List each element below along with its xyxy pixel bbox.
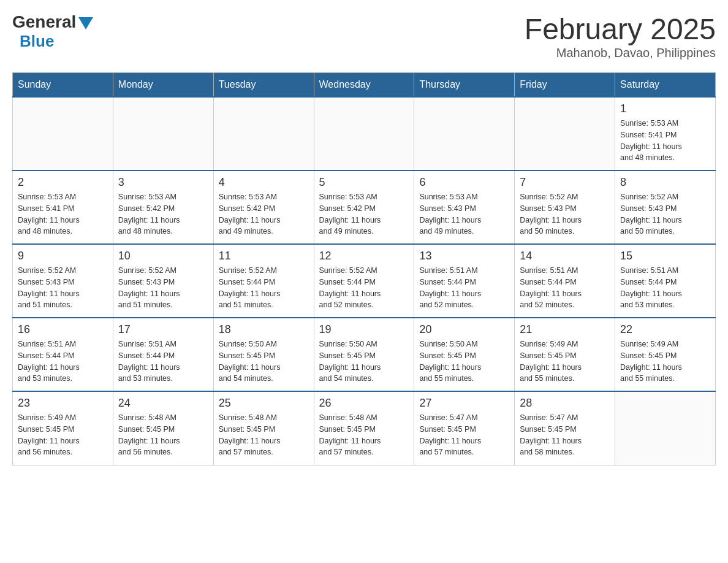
day-info: Sunrise: 5:53 AM Sunset: 5:41 PM Dayligh… <box>18 191 108 237</box>
calendar-day-cell: 17Sunrise: 5:51 AM Sunset: 5:44 PM Dayli… <box>113 318 213 391</box>
calendar-day-cell: 9Sunrise: 5:52 AM Sunset: 5:43 PM Daylig… <box>13 244 113 318</box>
calendar-day-cell: 10Sunrise: 5:52 AM Sunset: 5:43 PM Dayli… <box>113 244 213 318</box>
calendar-day-cell: 4Sunrise: 5:53 AM Sunset: 5:42 PM Daylig… <box>213 170 314 244</box>
calendar-day-cell: 13Sunrise: 5:51 AM Sunset: 5:44 PM Dayli… <box>414 244 515 318</box>
day-number: 17 <box>118 323 208 336</box>
calendar-day-cell: 27Sunrise: 5:47 AM Sunset: 5:45 PM Dayli… <box>414 391 515 465</box>
day-number: 24 <box>118 397 208 410</box>
day-info: Sunrise: 5:49 AM Sunset: 5:45 PM Dayligh… <box>620 339 710 385</box>
day-info: Sunrise: 5:51 AM Sunset: 5:44 PM Dayligh… <box>419 265 509 311</box>
calendar-day-cell: 24Sunrise: 5:48 AM Sunset: 5:45 PM Dayli… <box>113 391 213 465</box>
day-info: Sunrise: 5:52 AM Sunset: 5:43 PM Dayligh… <box>118 265 208 311</box>
day-number: 8 <box>620 176 710 189</box>
day-info: Sunrise: 5:52 AM Sunset: 5:43 PM Dayligh… <box>520 191 610 237</box>
day-number: 13 <box>419 250 509 262</box>
calendar-header-row: SundayMondayTuesdayWednesdayThursdayFrid… <box>13 73 716 98</box>
day-number: 7 <box>520 176 610 189</box>
day-info: Sunrise: 5:53 AM Sunset: 5:43 PM Dayligh… <box>419 191 509 237</box>
day-number: 16 <box>18 323 108 336</box>
calendar-day-cell <box>615 391 716 465</box>
calendar-week-row: 1Sunrise: 5:53 AM Sunset: 5:41 PM Daylig… <box>13 97 716 170</box>
day-of-week-header: Monday <box>113 73 213 98</box>
calendar-day-cell: 3Sunrise: 5:53 AM Sunset: 5:42 PM Daylig… <box>113 170 213 244</box>
day-number: 26 <box>319 397 409 410</box>
day-info: Sunrise: 5:51 AM Sunset: 5:44 PM Dayligh… <box>18 339 108 385</box>
calendar-day-cell: 25Sunrise: 5:48 AM Sunset: 5:45 PM Dayli… <box>213 391 314 465</box>
day-info: Sunrise: 5:53 AM Sunset: 5:42 PM Dayligh… <box>319 191 409 237</box>
day-number: 14 <box>520 250 610 262</box>
day-info: Sunrise: 5:53 AM Sunset: 5:41 PM Dayligh… <box>620 118 710 164</box>
title-block: February 2025 Mahanob, Davao, Philippine… <box>525 12 716 60</box>
calendar-day-cell: 11Sunrise: 5:52 AM Sunset: 5:44 PM Dayli… <box>213 244 314 318</box>
calendar-day-cell: 28Sunrise: 5:47 AM Sunset: 5:45 PM Dayli… <box>515 391 615 465</box>
day-number: 23 <box>18 397 108 410</box>
day-number: 10 <box>118 250 208 262</box>
day-number: 15 <box>620 250 710 262</box>
day-number: 21 <box>520 323 610 336</box>
calendar-day-cell: 12Sunrise: 5:52 AM Sunset: 5:44 PM Dayli… <box>314 244 414 318</box>
day-info: Sunrise: 5:48 AM Sunset: 5:45 PM Dayligh… <box>319 412 409 458</box>
calendar-title: February 2025 <box>525 12 716 46</box>
day-number: 5 <box>319 176 409 189</box>
day-number: 28 <box>520 397 610 410</box>
day-number: 3 <box>118 176 208 189</box>
day-info: Sunrise: 5:53 AM Sunset: 5:42 PM Dayligh… <box>118 191 208 237</box>
calendar-day-cell: 22Sunrise: 5:49 AM Sunset: 5:45 PM Dayli… <box>615 318 716 391</box>
logo-triangle-icon <box>78 17 93 29</box>
calendar-day-cell: 7Sunrise: 5:52 AM Sunset: 5:43 PM Daylig… <box>515 170 615 244</box>
day-info: Sunrise: 5:50 AM Sunset: 5:45 PM Dayligh… <box>319 339 409 385</box>
day-number: 2 <box>18 176 108 189</box>
day-info: Sunrise: 5:53 AM Sunset: 5:42 PM Dayligh… <box>219 191 309 237</box>
day-info: Sunrise: 5:52 AM Sunset: 5:44 PM Dayligh… <box>319 265 409 311</box>
calendar-day-cell: 20Sunrise: 5:50 AM Sunset: 5:45 PM Dayli… <box>414 318 515 391</box>
calendar-day-cell: 23Sunrise: 5:49 AM Sunset: 5:45 PM Dayli… <box>13 391 113 465</box>
day-info: Sunrise: 5:51 AM Sunset: 5:44 PM Dayligh… <box>118 339 208 385</box>
calendar-table: SundayMondayTuesdayWednesdayThursdayFrid… <box>12 72 716 465</box>
logo: General Blue <box>12 12 93 51</box>
day-number: 22 <box>620 323 710 336</box>
calendar-day-cell: 15Sunrise: 5:51 AM Sunset: 5:44 PM Dayli… <box>615 244 716 318</box>
logo-general-text: General <box>12 12 76 32</box>
day-number: 11 <box>219 250 309 262</box>
day-info: Sunrise: 5:49 AM Sunset: 5:45 PM Dayligh… <box>520 339 610 385</box>
day-number: 20 <box>419 323 509 336</box>
calendar-week-row: 23Sunrise: 5:49 AM Sunset: 5:45 PM Dayli… <box>13 391 716 465</box>
calendar-day-cell: 5Sunrise: 5:53 AM Sunset: 5:42 PM Daylig… <box>314 170 414 244</box>
day-of-week-header: Friday <box>515 73 615 98</box>
calendar-day-cell: 16Sunrise: 5:51 AM Sunset: 5:44 PM Dayli… <box>13 318 113 391</box>
calendar-day-cell: 18Sunrise: 5:50 AM Sunset: 5:45 PM Dayli… <box>213 318 314 391</box>
calendar-day-cell <box>414 97 515 170</box>
calendar-week-row: 16Sunrise: 5:51 AM Sunset: 5:44 PM Dayli… <box>13 318 716 391</box>
day-number: 27 <box>419 397 509 410</box>
day-info: Sunrise: 5:50 AM Sunset: 5:45 PM Dayligh… <box>219 339 309 385</box>
calendar-week-row: 9Sunrise: 5:52 AM Sunset: 5:43 PM Daylig… <box>13 244 716 318</box>
calendar-day-cell: 1Sunrise: 5:53 AM Sunset: 5:41 PM Daylig… <box>615 97 716 170</box>
calendar-day-cell <box>113 97 213 170</box>
day-info: Sunrise: 5:52 AM Sunset: 5:44 PM Dayligh… <box>219 265 309 311</box>
day-number: 4 <box>219 176 309 189</box>
day-of-week-header: Tuesday <box>213 73 314 98</box>
calendar-day-cell: 26Sunrise: 5:48 AM Sunset: 5:45 PM Dayli… <box>314 391 414 465</box>
page-header: General Blue February 2025 Mahanob, Dava… <box>12 12 716 60</box>
day-info: Sunrise: 5:48 AM Sunset: 5:45 PM Dayligh… <box>219 412 309 458</box>
calendar-day-cell <box>13 97 113 170</box>
calendar-day-cell: 8Sunrise: 5:52 AM Sunset: 5:43 PM Daylig… <box>615 170 716 244</box>
calendar-day-cell: 21Sunrise: 5:49 AM Sunset: 5:45 PM Dayli… <box>515 318 615 391</box>
calendar-day-cell: 14Sunrise: 5:51 AM Sunset: 5:44 PM Dayli… <box>515 244 615 318</box>
calendar-day-cell <box>314 97 414 170</box>
day-info: Sunrise: 5:51 AM Sunset: 5:44 PM Dayligh… <box>620 265 710 311</box>
day-info: Sunrise: 5:52 AM Sunset: 5:43 PM Dayligh… <box>620 191 710 237</box>
day-info: Sunrise: 5:50 AM Sunset: 5:45 PM Dayligh… <box>419 339 509 385</box>
day-number: 9 <box>18 250 108 262</box>
day-info: Sunrise: 5:47 AM Sunset: 5:45 PM Dayligh… <box>520 412 610 458</box>
day-info: Sunrise: 5:48 AM Sunset: 5:45 PM Dayligh… <box>118 412 208 458</box>
logo-blue-text: Blue <box>20 32 54 50</box>
calendar-week-row: 2Sunrise: 5:53 AM Sunset: 5:41 PM Daylig… <box>13 170 716 244</box>
calendar-day-cell <box>213 97 314 170</box>
day-number: 25 <box>219 397 309 410</box>
day-of-week-header: Sunday <box>13 73 113 98</box>
calendar-day-cell: 19Sunrise: 5:50 AM Sunset: 5:45 PM Dayli… <box>314 318 414 391</box>
day-info: Sunrise: 5:49 AM Sunset: 5:45 PM Dayligh… <box>18 412 108 458</box>
day-number: 18 <box>219 323 309 336</box>
calendar-subtitle: Mahanob, Davao, Philippines <box>525 46 716 60</box>
